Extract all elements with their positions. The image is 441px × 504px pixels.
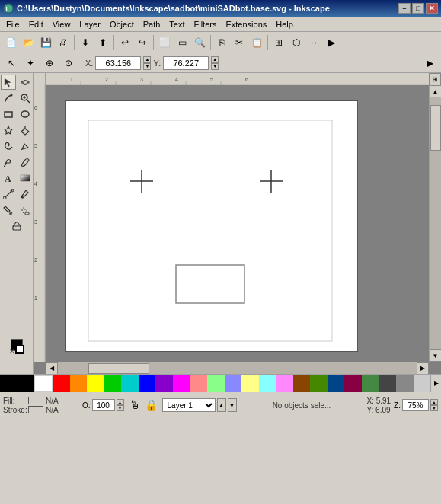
- lock-icon[interactable]: 🔒: [144, 397, 159, 413]
- minimize-button[interactable]: −: [398, 3, 411, 14]
- layer-select[interactable]: Layer 1: [162, 398, 216, 412]
- tweak-tool[interactable]: [1, 91, 16, 106]
- no-paint-icon[interactable]: ✕: [9, 348, 15, 356]
- dropper-tool[interactable]: [18, 187, 33, 202]
- spray-tool[interactable]: [18, 203, 33, 218]
- zoom-tool[interactable]: [18, 91, 33, 106]
- gradient-tool[interactable]: [18, 171, 33, 186]
- open-button[interactable]: 📂: [20, 34, 37, 51]
- tweak-tool-small[interactable]: ⊕: [41, 55, 58, 72]
- scroll-thumb-vertical[interactable]: [430, 105, 441, 151]
- copy-button[interactable]: ⎘: [213, 34, 230, 51]
- y-up-arrow[interactable]: ▲: [211, 56, 219, 63]
- palette-color-light-red[interactable]: [190, 375, 207, 392]
- palette-color-orange[interactable]: [70, 375, 88, 392]
- mouse-icon[interactable]: 🖱: [127, 397, 142, 413]
- fill-swatch[interactable]: [28, 397, 43, 404]
- zoom-down-arrow[interactable]: ▼: [430, 405, 438, 411]
- scroll-right-arrow[interactable]: ▶: [417, 362, 429, 375]
- expand-corner-button[interactable]: ⊞: [429, 73, 441, 85]
- palette-color-light-cyan[interactable]: [259, 375, 276, 392]
- palette-color-yellow[interactable]: [87, 375, 104, 392]
- svg-canvas[interactable]: [65, 100, 358, 352]
- opacity-down-arrow[interactable]: ▼: [117, 405, 124, 411]
- maximize-button[interactable]: □: [412, 3, 424, 14]
- opacity-up-arrow[interactable]: ▲: [117, 399, 124, 405]
- menu-path[interactable]: Path: [139, 18, 165, 30]
- node-tool-small[interactable]: ✦: [22, 55, 39, 72]
- zoom-in-button[interactable]: 🔍: [191, 34, 208, 51]
- stroke-swatch[interactable]: [28, 406, 43, 413]
- align-button[interactable]: ⊞: [270, 34, 287, 51]
- save-button[interactable]: 💾: [37, 34, 54, 51]
- palette-color-white[interactable]: [34, 375, 53, 392]
- connector-tool[interactable]: [1, 187, 16, 202]
- zoom-input[interactable]: [402, 399, 429, 411]
- zoom-fit-page[interactable]: ⬜: [156, 34, 173, 51]
- zoom-up-arrow[interactable]: ▲: [430, 399, 438, 405]
- palette-color-dark-red[interactable]: [344, 375, 362, 392]
- palette-scroll-right[interactable]: ▶: [430, 375, 441, 392]
- select-tool-small[interactable]: ↖: [3, 55, 20, 72]
- palette-color-dark-green[interactable]: [362, 375, 379, 392]
- menu-view[interactable]: View: [48, 18, 75, 30]
- menu-edit[interactable]: Edit: [24, 18, 48, 30]
- paste-button[interactable]: 📋: [248, 34, 265, 51]
- palette-color-magenta[interactable]: [173, 375, 190, 392]
- scroll-thumb-horizontal[interactable]: [88, 363, 149, 374]
- scroll-left-arrow[interactable]: ◀: [46, 362, 58, 375]
- rect-tool[interactable]: [1, 107, 16, 122]
- paint-bucket-tool[interactable]: [1, 203, 16, 218]
- palette-color-red[interactable]: [53, 375, 70, 392]
- menu-help[interactable]: Help: [271, 18, 298, 30]
- palette-color-black[interactable]: [17, 375, 34, 392]
- new-button[interactable]: 📄: [2, 34, 19, 51]
- palette-color-blue[interactable]: [139, 375, 156, 392]
- palette-color-light-gray[interactable]: [414, 375, 430, 392]
- transform-button[interactable]: ↔: [305, 34, 322, 51]
- undo-button[interactable]: ↩: [117, 34, 133, 51]
- menu-file[interactable]: File: [2, 18, 24, 30]
- toolbar2-more[interactable]: ▶: [421, 55, 438, 72]
- zoom-tool-small[interactable]: ⊙: [60, 55, 77, 72]
- print-button[interactable]: 🖨: [55, 34, 72, 51]
- palette-color-light-yellow[interactable]: [241, 375, 259, 392]
- pencil-tool[interactable]: [18, 139, 33, 154]
- palette-color-light-blue[interactable]: [225, 375, 242, 392]
- palette-color-olive[interactable]: [310, 375, 328, 392]
- scroll-track-horizontal[interactable]: [58, 362, 417, 375]
- import-button[interactable]: ⬇: [77, 34, 94, 51]
- calligraphy-tool[interactable]: [18, 155, 33, 170]
- menu-object[interactable]: Object: [105, 18, 139, 30]
- palette-color-purple[interactable]: [155, 375, 173, 392]
- layer-up-arrow[interactable]: ▲: [217, 398, 226, 412]
- pen-tool[interactable]: [1, 155, 16, 170]
- x-up-arrow[interactable]: ▲: [143, 56, 151, 63]
- menu-layer[interactable]: Layer: [75, 18, 105, 30]
- export-button[interactable]: ⬆: [94, 34, 111, 51]
- select-tool[interactable]: [1, 75, 16, 90]
- y-down-arrow[interactable]: ▼: [211, 63, 219, 70]
- menu-text[interactable]: Text: [165, 18, 189, 30]
- node-editor[interactable]: ⬡: [288, 34, 305, 51]
- scroll-up-arrow[interactable]: ▲: [430, 85, 442, 97]
- more-button[interactable]: ▶: [323, 34, 340, 51]
- x-down-arrow[interactable]: ▼: [143, 63, 151, 70]
- opacity-input[interactable]: [92, 399, 115, 411]
- menu-filters[interactable]: Filters: [190, 18, 222, 30]
- scroll-down-arrow[interactable]: ▼: [430, 349, 442, 362]
- zoom-fit-draw[interactable]: ▭: [174, 34, 190, 51]
- eraser-tool[interactable]: [9, 219, 24, 234]
- palette-color-light-green[interactable]: [207, 375, 225, 392]
- stroke-color-swatch[interactable]: [15, 345, 24, 354]
- palette-color-navy[interactable]: [328, 375, 345, 392]
- palette-color-light-magenta[interactable]: [276, 375, 293, 392]
- star-tool[interactable]: [1, 123, 16, 138]
- text-tool[interactable]: A: [1, 171, 16, 186]
- palette-color-green[interactable]: [104, 375, 122, 392]
- y-coord-input[interactable]: [163, 56, 209, 70]
- palette-color-brown[interactable]: [293, 375, 311, 392]
- spiral-tool[interactable]: [1, 139, 16, 154]
- close-button[interactable]: ✕: [426, 3, 438, 14]
- palette-color-medium-gray[interactable]: [396, 375, 414, 392]
